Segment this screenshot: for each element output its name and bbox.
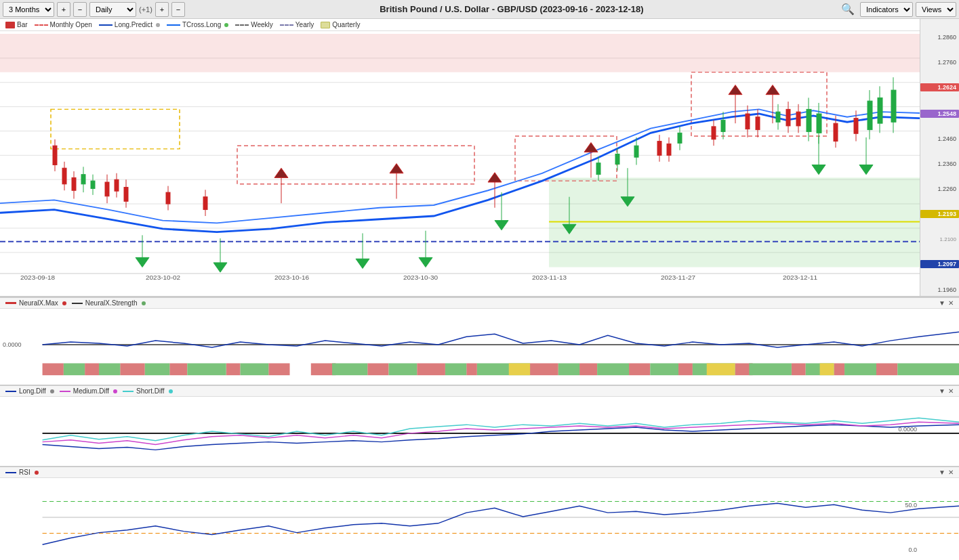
svg-rect-161 xyxy=(629,363,650,375)
svg-rect-157 xyxy=(417,363,445,375)
medium-diff-legend: Medium.Diff xyxy=(60,387,117,395)
legend-long-predict: Long.Predict xyxy=(99,21,160,28)
svg-text:2023-11-27: 2023-11-27 xyxy=(661,274,695,282)
legend-quarterly: Quarterly xyxy=(321,21,360,28)
neurax-strength-label: NeuralX.Strength xyxy=(85,299,138,307)
indicators-select[interactable]: Indicators xyxy=(860,2,913,17)
svg-rect-123 xyxy=(817,114,821,133)
neurax-max-label: NeuralX.Max xyxy=(19,299,58,307)
diff-zero-label: 0.0000 xyxy=(898,426,917,433)
svg-rect-159 xyxy=(530,363,558,375)
price-1286: 1.2860 xyxy=(920,34,959,41)
neurax-close-btn[interactable]: ✕ xyxy=(948,299,954,307)
adj-minus-btn[interactable]: − xyxy=(171,2,185,17)
neurax-max-legend: NeuralX.Max xyxy=(5,299,66,307)
diff-close-btn[interactable]: ✕ xyxy=(948,387,954,395)
rsi-0-label: 0.0 xyxy=(908,546,917,553)
svg-rect-132 xyxy=(891,90,896,122)
neurax-strength-dot xyxy=(142,301,146,305)
top-toolbar: 3 Months 1 Month 6 Months + − Daily Week… xyxy=(0,0,959,19)
rsi-dot xyxy=(35,471,39,475)
rsi-label: RSI xyxy=(19,469,30,476)
main-chart-svg: 2023-09-18 2023-10-02 2023-10-16 2023-10… xyxy=(0,34,920,296)
svg-rect-25 xyxy=(72,177,76,190)
svg-text:2023-10-02: 2023-10-02 xyxy=(146,274,180,282)
price-axis: 1.2860 1.2760 1.2624 1.2548 1.2460 1.236… xyxy=(920,19,959,296)
svg-rect-11 xyxy=(0,34,920,72)
svg-rect-114 xyxy=(721,120,725,131)
svg-rect-108 xyxy=(634,146,638,157)
svg-rect-126 xyxy=(868,101,872,129)
legend-bar: Bar xyxy=(5,21,28,28)
svg-text:2023-10-16: 2023-10-16 xyxy=(274,274,309,282)
main-chart-container[interactable]: Bar Monthly Open Long.Predict TCross.Lon… xyxy=(0,19,920,296)
svg-rect-183 xyxy=(897,363,959,375)
period-select[interactable]: 3 Months 1 Month 6 Months xyxy=(3,2,54,17)
svg-rect-182 xyxy=(844,363,876,375)
svg-rect-28 xyxy=(105,182,109,196)
neurax-collapse-btn[interactable]: ▼ xyxy=(939,299,945,307)
rsi-legend: RSI xyxy=(5,469,39,476)
legend-weekly: Weekly xyxy=(235,21,273,28)
rsi-panel: RSI ▼ ✕ 50.0 0.0 xyxy=(0,466,959,560)
period-minus-btn[interactable]: − xyxy=(73,2,87,17)
price-1226: 1.2260 xyxy=(920,186,959,192)
long-diff-line xyxy=(5,391,16,392)
interval-select[interactable]: Daily Weekly Monthly xyxy=(89,2,136,17)
svg-rect-73 xyxy=(796,112,800,126)
neurax-strength-line xyxy=(72,303,83,304)
svg-rect-171 xyxy=(241,363,269,375)
svg-rect-151 xyxy=(120,363,144,375)
svg-rect-177 xyxy=(597,363,629,375)
diff-panel-header: Long.Diff Medium.Diff Short.Diff ▼ ✕ xyxy=(0,386,959,397)
svg-rect-165 xyxy=(834,363,844,375)
long-diff-legend: Long.Diff xyxy=(5,387,54,395)
svg-rect-31 xyxy=(115,179,119,191)
legend-monthly-open: Monthly Open xyxy=(35,21,92,28)
rsi-50-label: 50.0 xyxy=(905,502,917,509)
svg-rect-82 xyxy=(81,175,85,184)
adj-plus-btn[interactable]: + xyxy=(155,2,169,17)
neurax-chart: 0.0000 xyxy=(0,309,959,381)
price-1196: 1.1960 xyxy=(920,286,959,293)
short-diff-label: Short.Diff xyxy=(136,387,165,395)
svg-rect-34 xyxy=(124,188,128,202)
svg-rect-178 xyxy=(650,363,678,375)
svg-rect-76 xyxy=(834,123,838,141)
svg-rect-129 xyxy=(878,98,882,123)
neurax-panel-header: NeuralX.Max NeuralX.Strength ▼ ✕ xyxy=(0,298,959,309)
diff-controls: ▼ ✕ xyxy=(939,387,954,395)
rsi-svg xyxy=(0,478,959,557)
svg-rect-70 xyxy=(786,109,790,126)
svg-rect-186 xyxy=(820,363,834,375)
neurax-controls: ▼ ✕ xyxy=(939,299,954,307)
price-1210-qlow: 1.2097 xyxy=(920,260,959,268)
svg-rect-180 xyxy=(749,363,792,375)
price-1219-qhigh: 1.2193 xyxy=(920,210,959,218)
svg-rect-120 xyxy=(807,109,811,131)
svg-rect-19 xyxy=(53,146,57,165)
svg-rect-150 xyxy=(85,363,99,375)
svg-text:2023-12-11: 2023-12-11 xyxy=(783,274,817,282)
long-diff-label: Long.Diff xyxy=(19,387,46,395)
svg-rect-37 xyxy=(166,192,170,204)
svg-rect-169 xyxy=(145,363,169,375)
rsi-close-btn[interactable]: ✕ xyxy=(948,469,954,476)
svg-rect-164 xyxy=(792,363,806,375)
diff-collapse-btn[interactable]: ▼ xyxy=(939,387,945,395)
medium-diff-label: Medium.Diff xyxy=(73,387,109,395)
svg-rect-185 xyxy=(707,363,735,375)
search-icon[interactable]: 🔍 xyxy=(838,3,857,16)
svg-rect-153 xyxy=(226,363,241,375)
diff-panel: Long.Diff Medium.Diff Short.Diff ▼ ✕ 0.0… xyxy=(0,385,959,466)
views-select[interactable]: Views xyxy=(916,2,956,17)
svg-rect-117 xyxy=(776,112,780,122)
svg-rect-174 xyxy=(445,363,466,375)
svg-rect-156 xyxy=(367,363,388,375)
price-1210: 1.2100 xyxy=(920,236,959,242)
legend-yearly: Yearly xyxy=(280,21,314,28)
svg-rect-162 xyxy=(678,363,693,375)
rsi-collapse-btn[interactable]: ▼ xyxy=(939,469,945,476)
period-plus-btn[interactable]: + xyxy=(57,2,70,17)
svg-rect-79 xyxy=(854,119,858,134)
